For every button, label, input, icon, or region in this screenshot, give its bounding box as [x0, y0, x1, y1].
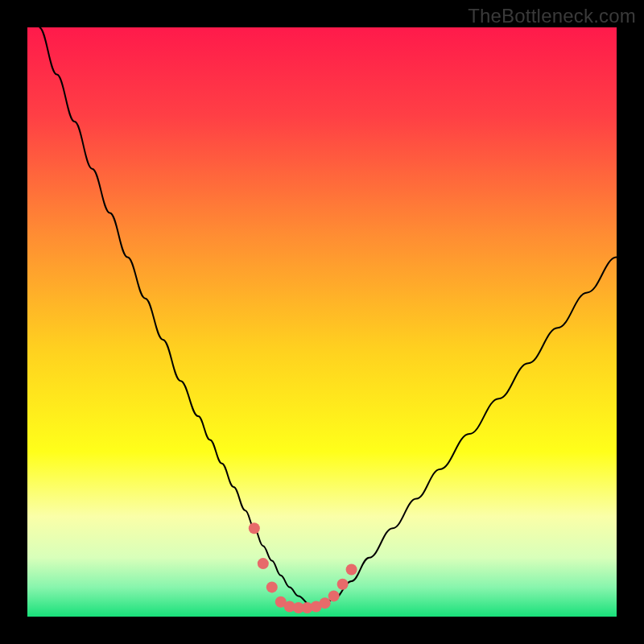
trough-marker — [346, 564, 357, 575]
trough-marker — [258, 558, 269, 569]
gradient-background — [27, 27, 617, 617]
trough-marker — [249, 522, 260, 534]
chart-frame: TheBottleneck.com — [0, 0, 644, 644]
trough-marker — [337, 579, 349, 590]
trough-marker — [320, 597, 331, 609]
chart-svg — [27, 27, 617, 617]
trough-marker — [328, 590, 340, 601]
watermark-text: TheBottleneck.com — [468, 5, 636, 27]
plot-area — [27, 27, 617, 617]
trough-marker — [266, 581, 278, 592]
